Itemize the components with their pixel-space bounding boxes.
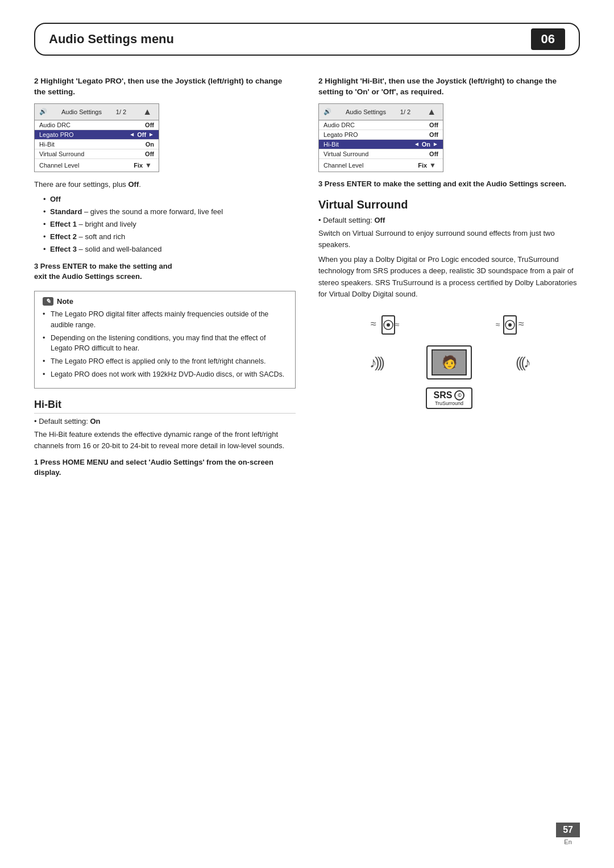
table-row: Virtual Surround Off: [35, 149, 159, 159]
chapter-badge: 06: [531, 28, 565, 50]
srs-sub-text: TruSurround: [435, 400, 463, 406]
arrow-right-icon-2: ►: [433, 141, 438, 147]
srs-logo-inner: SRS ©: [434, 390, 465, 400]
srs-logo: SRS © TruSurround: [426, 387, 473, 409]
page-number: 57: [556, 823, 580, 837]
srs-circle: ©: [454, 390, 464, 400]
scroll-up-icon: ▲: [140, 106, 154, 118]
page-container: Audio Settings menu 06 2 Highlight 'Lega…: [0, 0, 614, 868]
srs-speakers-row: ≈ ≈ ≈: [370, 311, 529, 340]
hibit-section-title: Hi-Bit: [34, 399, 296, 414]
settings-intro: There are four settings, plus Off.: [34, 179, 296, 190]
list-item: Depending on the listening conditions, y…: [43, 333, 287, 354]
srs-left-speaker: ≈ ≈: [370, 311, 404, 340]
table-row: Audio DRC Off: [35, 120, 159, 130]
srs-logo-row: SRS © TruSurround: [426, 387, 473, 409]
vs-body2: When you play a Dolby Digital or Pro Log…: [318, 254, 580, 300]
srs-right-speaker: ≈ ≈: [495, 311, 529, 340]
svg-point-8: [508, 323, 512, 327]
person-icon: 🧑: [442, 355, 457, 370]
table-row: Channel Level Fix ▼: [35, 159, 159, 172]
audio-table-2-icon: 🔊: [323, 108, 331, 115]
scroll-down-icon: ▼: [143, 160, 154, 170]
left-column: 2 Highlight 'Legato PRO', then use the J…: [34, 76, 296, 487]
note-bullets-list: The Legato PRO digital filter affects ma…: [43, 309, 287, 380]
list-item: Off: [43, 194, 296, 205]
page-lang: En: [564, 838, 571, 845]
step2-left-instruction: 2 Highlight 'Legato PRO', then use the J…: [34, 76, 296, 98]
svg-text:≈: ≈: [371, 318, 376, 329]
table-row-highlighted-2: Hi-Bit ◄ On ►: [319, 140, 443, 149]
vs-section-title: Virtual Surround: [318, 198, 580, 211]
srs-text: SRS: [434, 390, 453, 400]
hibit-body: The Hi-Bit feature extends the effective…: [34, 429, 296, 452]
scroll-down-icon-2: ▼: [427, 160, 438, 170]
arrow-right-icon: ►: [148, 131, 154, 137]
audio-table-1-page: 1/ 2: [116, 108, 126, 115]
audio-table-2-header: 🔊 Audio Settings 1/ 2 ▲: [319, 104, 443, 120]
vs-default: • Default setting: Off: [318, 216, 580, 224]
step2-right-instruction: 2 Highlight 'Hi-Bit', then use the Joyst…: [318, 76, 580, 98]
svg-text:≈: ≈: [395, 320, 400, 329]
list-item: The Legato PRO digital filter affects ma…: [43, 309, 287, 331]
list-item: Legato PRO does not work with 192kHz DVD…: [43, 369, 287, 380]
table-row: Legato PRO Off: [319, 130, 443, 140]
list-item: Effect 1 – bright and lively: [43, 219, 296, 230]
svg-text:≈: ≈: [496, 320, 500, 329]
svg-text:≈: ≈: [518, 318, 524, 329]
table-row-highlighted: Legato PRO ◄ Off ►: [35, 130, 159, 140]
page-title: Audio Settings menu: [49, 32, 520, 47]
hibit-step1: 1 Press HOME MENU and select 'Audio Sett…: [34, 457, 296, 478]
list-item: Standard – gives the sound a more forwar…: [43, 206, 296, 218]
table-row: Virtual Surround Off: [319, 149, 443, 159]
srs-center-row: ♪))) 🧑 (((♪: [370, 345, 529, 379]
note-label: Note: [57, 297, 73, 306]
table-row: Channel Level Fix ▼: [319, 159, 443, 172]
right-speaker-svg: ≈ ≈: [495, 311, 529, 340]
audio-table-1-icon: 🔊: [39, 108, 47, 115]
note-title: ✎ Note: [43, 297, 287, 306]
left-speaker-svg: ≈ ≈: [370, 311, 404, 340]
audio-table-1-title: Audio Settings: [61, 108, 102, 115]
arrow-left-icon: ◄: [129, 131, 135, 137]
settings-bullets-list: Off Standard – gives the sound a more fo…: [43, 194, 296, 256]
vs-body1: Switch on Virtual Surround to enjoy surr…: [318, 228, 580, 251]
table-row: Audio DRC Off: [319, 120, 443, 130]
note-box: ✎ Note The Legato PRO digital filter aff…: [34, 291, 296, 389]
srs-diagram: ≈ ≈ ≈: [370, 311, 529, 425]
right-column: 2 Highlight 'Hi-Bit', then use the Joyst…: [318, 76, 580, 487]
audio-table-2: 🔊 Audio Settings 1/ 2 ▲ Audio DRC Off Le…: [318, 103, 443, 172]
audio-table-1-header: 🔊 Audio Settings 1/ 2 ▲: [35, 104, 159, 120]
step3-right-press: 3 Press ENTER to make the setting and ex…: [318, 179, 580, 189]
note-icon: ✎: [43, 297, 53, 306]
srs-right-wave: (((♪: [516, 355, 529, 370]
list-item: The Legato PRO effect is applied only to…: [43, 356, 287, 367]
page-number-box: 57 En: [556, 823, 580, 845]
audio-table-2-title: Audio Settings: [346, 108, 386, 115]
svg-point-3: [387, 323, 390, 327]
arrow-left-icon-2: ◄: [414, 141, 420, 147]
hibit-default: • Default setting: On: [34, 417, 296, 425]
audio-table-1: 🔊 Audio Settings 1/ 2 ▲ Audio DRC Off Le…: [34, 103, 159, 172]
srs-tv-screen: 🧑: [432, 349, 467, 375]
scroll-up-icon-2: ▲: [425, 106, 438, 118]
audio-table-2-page: 1/ 2: [400, 108, 410, 115]
two-column-layout: 2 Highlight 'Legato PRO', then use the J…: [34, 76, 580, 487]
srs-left-wave: ♪))): [370, 355, 383, 370]
list-item: Effect 2 – soft and rich: [43, 231, 296, 243]
list-item: Effect 3 – solid and well-balanced: [43, 244, 296, 255]
srs-tv-wrap: 🧑: [426, 345, 472, 379]
header-bar: Audio Settings menu 06: [34, 23, 580, 56]
step3-left-press: 3 Press ENTER to make the setting andexi…: [34, 261, 296, 282]
srs-tv: 🧑: [426, 345, 472, 379]
table-row: Hi-Bit On: [35, 140, 159, 149]
